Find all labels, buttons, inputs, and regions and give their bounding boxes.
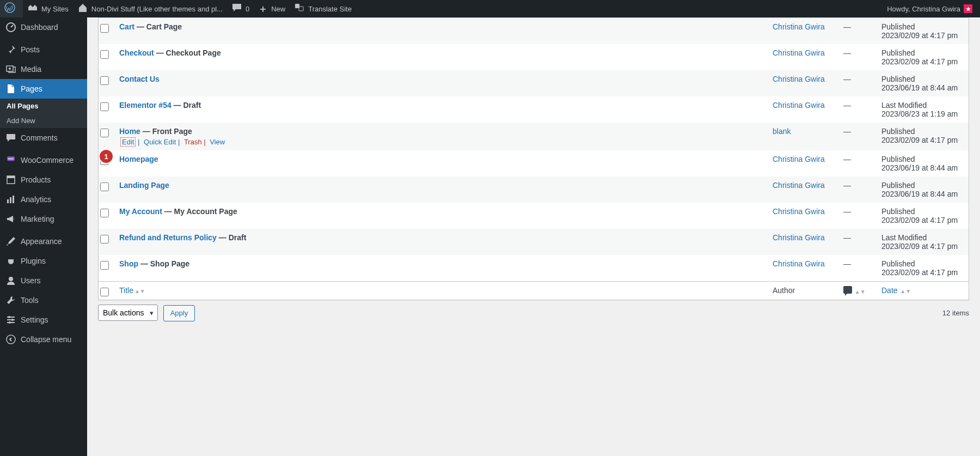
page-title-link[interactable]: Contact Us [119,75,160,83]
svg-rect-8 [7,176,15,178]
status-text: Last Modified [881,101,927,110]
apply-button[interactable]: Apply [163,305,195,321]
analytics-icon [5,194,16,205]
date-text: 2023/08/23 at 1:19 am [881,110,958,118]
plug-icon [5,256,16,266]
menu-plugins[interactable]: Plugins [0,251,87,271]
author-link[interactable]: Christina Gwira [773,259,825,268]
svg-rect-2 [299,7,303,11]
title-column-sort[interactable]: Title▲▼ [119,286,145,295]
author-link[interactable]: Christina Gwira [773,101,825,110]
status-text: Published [881,48,915,57]
date-column-sort[interactable]: Date ▲▼ [881,286,911,295]
page-title-link[interactable]: Cart [119,22,134,31]
wp-logo[interactable] [0,0,23,17]
author-link[interactable]: Christina Gwira [773,207,825,216]
select-all-footer[interactable] [100,288,109,296]
menu-products[interactable]: Products [0,170,87,190]
comment-icon [231,2,242,13]
svg-point-13 [8,316,10,318]
row-actions: 1 Edit | Quick Edit | Trash | View [119,138,762,146]
menu-media[interactable]: Media [0,59,87,79]
admin-toolbar: My Sites Non-Divi Stuff (Like other them… [0,0,980,17]
bulk-actions-select[interactable]: Bulk actions [98,305,158,321]
menu-appearance[interactable]: Appearance [0,232,87,251]
menu-pages[interactable]: Pages [0,79,87,99]
submenu-all-pages[interactable]: All Pages [0,99,87,113]
date-text: 2023/06/19 at 8:44 am [881,190,958,198]
sort-icon: ▲▼ [899,288,911,294]
comments-link[interactable]: 0 [227,0,254,17]
row-checkbox[interactable] [100,129,109,137]
author-link[interactable]: Christina Gwira [773,75,825,83]
megaphone-icon [5,214,16,224]
menu-woocommerce[interactable]: wooWooCommerce [0,150,87,170]
row-checkbox[interactable] [100,102,109,111]
menu-comments[interactable]: Comments [0,128,87,148]
page-icon [5,83,16,94]
comments-count: — [843,155,851,163]
translate-icon [294,2,305,13]
post-state: — Shop Page [140,259,189,268]
submenu-add-new[interactable]: Add New [0,113,87,128]
trash-link[interactable]: Trash [184,138,202,146]
author-link[interactable]: Christina Gwira [773,233,825,242]
menu-users[interactable]: Users [0,271,87,290]
page-title-link[interactable]: Checkout [119,48,154,57]
date-text: 2023/02/09 at 4:17 pm [881,268,958,277]
page-title-link[interactable]: Refund and Returns Policy [119,233,217,242]
svg-point-4 [9,68,11,70]
translate-label: Translate Site [308,5,352,13]
author-link[interactable]: blank [773,127,791,136]
translate-link[interactable]: Translate Site [290,0,356,17]
menu-dashboard[interactable]: Dashboard [0,17,87,37]
menu-marketing[interactable]: Marketing [0,209,87,229]
sort-icon: ▲▼ [134,288,145,294]
comments-count: — [843,101,851,110]
date-text: 2023/02/09 at 4:17 pm [881,31,958,40]
comments-count: — [843,127,851,136]
row-checkbox[interactable] [100,183,109,191]
edit-link[interactable]: Edit [120,137,136,147]
row-checkbox[interactable] [100,209,109,217]
my-sites-link[interactable]: My Sites [23,0,73,17]
row-checkbox[interactable] [100,24,109,33]
svg-rect-11 [13,196,14,203]
menu-analytics[interactable]: Analytics [0,190,87,209]
status-text: Published [881,75,915,83]
date-text: 2023/06/19 at 8:44 am [881,163,958,172]
page-title-link[interactable]: Landing Page [119,181,169,190]
page-title-link[interactable]: Homepage [119,155,158,163]
table-row: Homepage Christina Gwira — Published2023… [99,150,969,177]
svg-rect-10 [10,197,11,203]
status-text: Last Modified [881,233,927,242]
row-checkbox[interactable] [100,261,109,270]
svg-point-14 [11,319,14,321]
comments-column-icon[interactable] [843,286,852,294]
my-account[interactable]: Howdy, Christina Gwira★ [883,0,977,17]
row-checkbox[interactable] [100,50,109,59]
row-checkbox[interactable] [100,235,109,244]
page-title-link[interactable]: Shop [119,259,138,268]
menu-settings[interactable]: Settings [0,310,87,326]
brush-icon [5,236,16,247]
menu-posts[interactable]: Posts [0,40,87,59]
author-link[interactable]: Christina Gwira [773,22,825,31]
quick-edit-link[interactable]: Quick Edit [144,138,176,146]
page-title-link[interactable]: Elementor #54 [119,101,171,110]
howdy-label: Howdy, Christina Gwira [887,5,960,13]
view-link[interactable]: View [210,138,225,146]
page-title-link[interactable]: Home [119,127,140,136]
page-title-link[interactable]: My Account [119,207,162,216]
comments-icon [5,132,16,143]
post-state: — Cart Page [137,22,182,31]
menu-tools[interactable]: Tools [0,290,87,310]
author-link[interactable]: Christina Gwira [773,181,825,190]
author-link[interactable]: Christina Gwira [773,155,825,163]
author-link[interactable]: Christina Gwira [773,48,825,57]
new-content-link[interactable]: ＋New [254,0,290,17]
site-name-link[interactable]: Non-Divi Stuff (Like other themes and pl… [73,0,227,17]
comments-count: — [843,181,851,190]
row-checkbox[interactable] [100,76,109,85]
date-text: 2023/02/09 at 4:17 pm [881,57,958,66]
